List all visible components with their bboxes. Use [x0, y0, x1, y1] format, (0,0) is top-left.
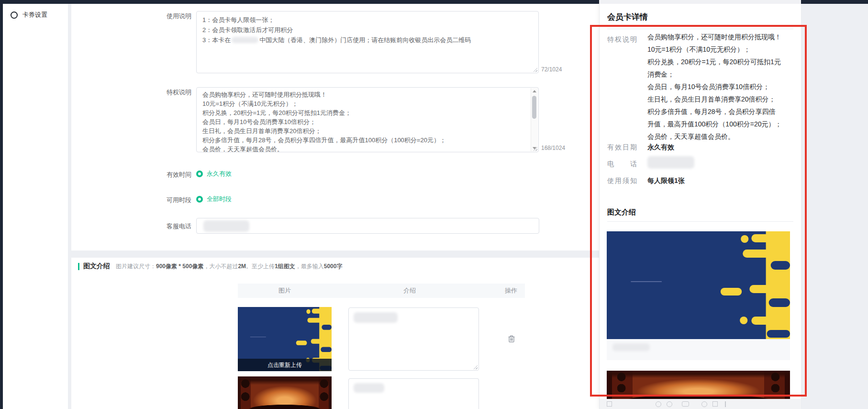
privilege-line: 生日礼，会员生日月首单消费享20倍积分； — [202, 126, 526, 136]
scroll-up-icon[interactable] — [533, 90, 536, 92]
radio-checked-icon — [196, 196, 203, 203]
intro-textarea[interactable] — [348, 378, 479, 409]
gallery-header: 图文介绍 图片建议尺寸：900像素 * 500像素，大小不超过2M。至少上传1组… — [78, 262, 342, 271]
divider-icon — [725, 401, 726, 407]
preview-gallery-image — [607, 371, 790, 399]
service-phone-label: 客服电话 — [139, 222, 191, 231]
section-accent-bar — [78, 263, 79, 270]
service-phone-input[interactable] — [196, 218, 539, 234]
scrollbar-thumb[interactable] — [532, 96, 536, 119]
usage-line: 3：本卡在中国大陆（香港、澳门除外）门店使用；请在结账前向收银员出示会员二维码 — [202, 35, 533, 45]
emoji-icon[interactable] — [701, 401, 707, 407]
column-header-image: 图片 — [278, 284, 291, 298]
video-icon[interactable] — [682, 401, 689, 407]
preview-notice-label: 使用须知 — [607, 177, 637, 185]
gallery-table-header: 图片 介绍 操作 — [238, 284, 525, 298]
privilege-line: 积分兑换，20积分=1元，每20积分可抵扣1元消费金； — [202, 108, 526, 117]
valid-time-option: 永久有效 — [207, 170, 232, 178]
column-header-intro: 介绍 — [403, 284, 416, 298]
preview-title: 会员卡详情 — [607, 11, 648, 23]
redacted-intro-text — [354, 383, 384, 393]
preview-valid-date-value: 永久有效 — [647, 143, 792, 152]
privilege-line: 会员日，每月10号会员消费享10倍积分； — [202, 117, 526, 126]
radio-checked-icon — [196, 170, 203, 177]
privilege-char-counter: 168/1024 — [541, 145, 565, 151]
usage-line: 2：会员卡领取激活后才可用积分 — [202, 25, 533, 35]
upload-icon[interactable] — [712, 401, 718, 407]
textarea-resize-handle[interactable] — [473, 365, 478, 369]
preview-phone-label: 电 话 — [607, 160, 637, 169]
usage-line: 1：会员卡每人限领一张； — [202, 15, 533, 25]
member-card-artwork-blue — [607, 231, 790, 339]
preview-privilege-label: 特权说明 — [607, 35, 637, 44]
delete-row-button[interactable] — [507, 334, 516, 343]
valid-time-radio[interactable]: 永久有效 — [196, 170, 232, 178]
circle-icon[interactable] — [667, 401, 672, 407]
radio-circle-icon — [11, 11, 18, 19]
drawer-top-strip — [600, 0, 801, 4]
time-slot-radio[interactable]: 全部时段 — [196, 195, 232, 204]
sidebar-item-label: 卡券设置 — [22, 11, 47, 19]
redacted-phone-value — [647, 156, 694, 169]
gallery-section: 图文介绍 图片建议尺寸：900像素 * 500像素，大小不超过2M。至少上传1组… — [71, 258, 599, 409]
redacted-text — [232, 37, 258, 43]
sidebar-item-card-settings[interactable]: 卡券设置 — [11, 11, 47, 19]
valid-time-label: 有效时间 — [139, 170, 191, 179]
redacted-intro-text — [354, 312, 398, 323]
circle-icon[interactable] — [656, 401, 661, 407]
sidebar: 卡券设置 — [3, 4, 68, 409]
privilege-line: 10元=1积分（不满10元无积分）； — [202, 99, 526, 108]
privilege-line: 积分多倍升值，每月28号，会员积分享四倍升值，最高升值100积分（100积分=2… — [202, 136, 526, 145]
divider — [607, 221, 793, 222]
privilege-label: 特权说明 — [139, 88, 191, 97]
preview-valid-date-label: 有效日期 — [607, 143, 637, 152]
editor-toolbar — [600, 399, 801, 409]
privilege-textarea[interactable]: 会员购物享积分，还可随时使用积分抵现哦！ 10元=1积分（不满10元无积分）； … — [196, 87, 539, 152]
redacted-phone-value — [203, 220, 249, 232]
gallery-hint: 图片建议尺寸：900像素 * 500像素，大小不超过2M。至少上传1组图文，最多… — [116, 262, 342, 271]
gallery-title: 图文介绍 — [83, 262, 110, 271]
divider — [607, 29, 793, 29]
preview-privilege-text: 会员购物享积分，还可随时使用积分抵现哦！ 10元=1积分（不满10元无积分）； … — [647, 31, 792, 143]
textarea-scrollbar[interactable] — [531, 88, 538, 151]
reupload-overlay-button[interactable]: 点击重新上传 — [238, 359, 332, 371]
gallery-image-thumbnail[interactable] — [238, 376, 332, 409]
image-placeholder-icon[interactable] — [607, 401, 612, 407]
textarea-resize-handle[interactable] — [533, 68, 537, 72]
privilege-line: 会员价，天天享超值会员价。 — [202, 145, 526, 152]
usage-char-counter: 72/1024 — [541, 66, 562, 73]
time-slot-option: 全部时段 — [207, 195, 232, 204]
column-header-action: 操作 — [505, 284, 517, 298]
intro-textarea[interactable] — [348, 307, 479, 371]
redacted-caption-text — [612, 343, 650, 351]
preview-gallery-image — [607, 231, 790, 339]
member-card-preview-panel: 会员卡详情 特权说明 会员购物享积分，还可随时使用积分抵现哦！ 10元=1积分（… — [599, 0, 801, 409]
card-settings-form: 使用说明 1：会员卡每人限领一张； 2：会员卡领取激活后才可用积分 3：本卡在中… — [71, 4, 599, 250]
preview-gallery-title: 图文介绍 — [607, 208, 636, 217]
time-slot-label: 可用时段 — [139, 196, 191, 204]
gallery-image-thumbnail[interactable]: 点击重新上传 — [238, 307, 332, 371]
preview-image-caption — [607, 339, 790, 360]
preview-notice-value: 每人限领1张 — [647, 177, 792, 185]
trash-icon — [507, 334, 516, 343]
usage-label: 使用说明 — [139, 12, 191, 21]
usage-textarea[interactable]: 1：会员卡每人限领一张； 2：会员卡领取激活后才可用积分 3：本卡在中国大陆（香… — [196, 11, 539, 73]
privilege-line: 会员购物享积分，还可随时使用积分抵现哦！ — [202, 90, 526, 99]
